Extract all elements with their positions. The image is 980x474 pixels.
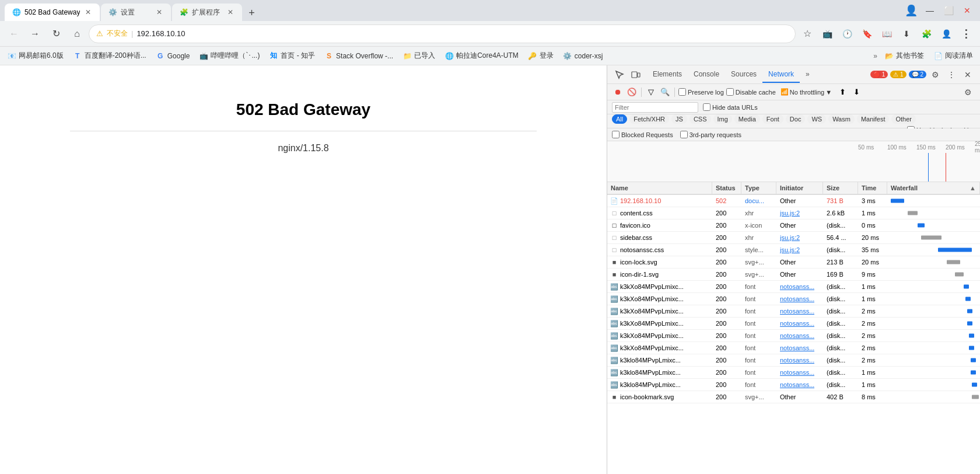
bookmarks-manager-button[interactable]: 🔖 bbox=[858, 25, 876, 43]
tab-settings[interactable]: ⚙️ 设置 ✕ bbox=[101, 4, 171, 21]
bookmark-button[interactable]: ☆ bbox=[798, 25, 817, 43]
filter-input[interactable] bbox=[612, 102, 698, 113]
bookmark-bilibili[interactable]: 📺 哔哩哔哩（`･...) bbox=[197, 50, 262, 62]
address-bar[interactable]: ⚠ 不安全 | 192.168.10.10 bbox=[89, 25, 796, 43]
type-media[interactable]: Media bbox=[734, 114, 760, 124]
th-size[interactable]: Size bbox=[823, 182, 858, 194]
type-wasm[interactable]: Wasm bbox=[828, 114, 855, 124]
tab-close-extensions[interactable]: ✕ bbox=[226, 8, 235, 17]
download-button[interactable]: ⬇ bbox=[897, 25, 916, 43]
type-fetch-xhr[interactable]: Fetch/XHR bbox=[629, 114, 669, 124]
disable-cache-input[interactable] bbox=[726, 88, 734, 96]
hide-data-urls-input[interactable] bbox=[703, 103, 710, 111]
type-other[interactable]: Other bbox=[891, 114, 916, 124]
th-initiator[interactable]: Initiator bbox=[776, 182, 823, 194]
device-toolbar-button[interactable] bbox=[628, 67, 643, 82]
bookmark-coder[interactable]: ⚙️ coder-xsj bbox=[561, 50, 606, 62]
filter-button[interactable]: ▽ bbox=[645, 86, 657, 98]
tab-close-settings[interactable]: ✕ bbox=[155, 8, 164, 17]
th-time[interactable]: Time bbox=[858, 182, 887, 194]
forward-button[interactable]: → bbox=[26, 25, 44, 43]
tab-more[interactable]: » bbox=[800, 67, 816, 83]
table-row[interactable]: 🔤 k3kXo84MPvpLmixc... 200 font notosanss… bbox=[607, 281, 980, 293]
close-button[interactable]: ✕ bbox=[959, 2, 975, 19]
devtools-settings-button[interactable]: ⚙ bbox=[928, 67, 943, 82]
clear-button[interactable]: 🚫 bbox=[626, 86, 638, 98]
table-row[interactable]: 🔤 k3kXo84MPvpLmixc... 200 font notosanss… bbox=[607, 305, 980, 318]
bookmark-zhihu[interactable]: 知 首页 - 知乎 bbox=[267, 50, 317, 62]
th-status[interactable]: Status bbox=[712, 182, 741, 194]
tab-network[interactable]: Network bbox=[762, 67, 800, 83]
menu-button[interactable]: ⋮ bbox=[957, 25, 975, 43]
tab-extensions[interactable]: 🧩 扩展程序 ✕ bbox=[172, 4, 242, 21]
bookmark-reading-list[interactable]: 📄 阅读清单 bbox=[931, 50, 975, 62]
table-row[interactable]: 🔤 k3kXo84MPvpLmixc... 200 font notosanss… bbox=[607, 342, 980, 354]
table-row[interactable]: 🔤 k3kXo84MPvpLmixc... 200 font notosanss… bbox=[607, 330, 980, 342]
tab-close-502[interactable]: ✕ bbox=[83, 8, 93, 17]
table-row[interactable]: □ content.css 200 xhr jsu.js:2 2.6 kB 1 … bbox=[607, 207, 980, 219]
type-manifest[interactable]: Manifest bbox=[857, 114, 890, 124]
bookmark-imported[interactable]: 📁 已导入 bbox=[400, 50, 438, 62]
table-row[interactable]: 📄 192.168.10.10 502 docu... Other 731 B … bbox=[607, 195, 980, 207]
devtools-close-button[interactable]: ✕ bbox=[960, 67, 975, 82]
bookmark-login[interactable]: 🔑 登录 bbox=[526, 50, 556, 62]
tab-console[interactable]: Console bbox=[688, 67, 725, 83]
cast-button[interactable]: 📺 bbox=[818, 25, 836, 43]
table-row[interactable]: ■ icon-bookmark.svg 200 svg+... Other 40… bbox=[607, 391, 980, 403]
table-row[interactable]: □ sidebar.css 200 xhr jsu.js:2 56.4 ... … bbox=[607, 232, 980, 244]
third-party-checkbox[interactable]: 3rd-party requests bbox=[680, 131, 741, 138]
preserve-log-checkbox[interactable]: Preserve log bbox=[678, 88, 724, 96]
bookmark-email[interactable]: 📧 网易邮箱6.0版 bbox=[5, 50, 66, 62]
bookmark-baidu[interactable]: T 百度翻译-200种语... bbox=[71, 50, 149, 62]
minimize-button[interactable]: — bbox=[922, 2, 938, 19]
throttle-dropdown[interactable]: 📶 No throttling ▼ bbox=[778, 87, 834, 97]
new-tab-button[interactable]: + bbox=[243, 5, 260, 21]
network-settings-button[interactable]: ⚙ bbox=[960, 85, 975, 100]
hide-data-urls-checkbox[interactable]: Hide data URLs bbox=[703, 103, 758, 111]
th-waterfall[interactable]: Waterfall ▲ bbox=[887, 182, 980, 194]
profile-button[interactable]: 👤 bbox=[937, 25, 956, 43]
type-font[interactable]: Font bbox=[762, 114, 783, 124]
reader-mode-button[interactable]: 📖 bbox=[877, 25, 896, 43]
tab-elements[interactable]: Elements bbox=[647, 67, 688, 83]
record-button[interactable]: ⏺ bbox=[612, 86, 624, 98]
tab-502[interactable]: 🌐 502 Bad Gateway ✕ bbox=[5, 4, 100, 21]
preserve-log-input[interactable] bbox=[678, 88, 686, 96]
type-css[interactable]: CSS bbox=[690, 114, 711, 124]
type-js[interactable]: JS bbox=[671, 114, 687, 124]
bookmark-others[interactable]: 📂 其他书签 bbox=[882, 50, 926, 62]
table-row[interactable]: ■ icon-lock.svg 200 svg+... Other 213 B … bbox=[607, 256, 980, 269]
table-row[interactable]: □ favicon.ico 200 x-icon Other (disk... … bbox=[607, 219, 980, 232]
table-row[interactable]: 🔤 k3klo84MPvpLmixc... 200 font notosanss… bbox=[607, 367, 980, 379]
table-row[interactable]: 🔤 k3klo84MPvpLmixc... 200 font notosanss… bbox=[607, 379, 980, 391]
profile-icon[interactable]: 👤 bbox=[903, 2, 919, 19]
network-table[interactable]: 📄 192.168.10.10 502 docu... Other 731 B … bbox=[607, 195, 980, 474]
back-button[interactable]: ← bbox=[5, 25, 23, 43]
export-button[interactable]: ⬇ bbox=[850, 86, 862, 98]
type-doc[interactable]: Doc bbox=[786, 114, 806, 124]
third-party-input[interactable] bbox=[680, 131, 688, 138]
tab-sources[interactable]: Sources bbox=[725, 67, 762, 83]
bookmark-core4a[interactable]: 🌐 帕拉迪Core4A-UTM bbox=[442, 50, 521, 62]
bookmark-google[interactable]: G Google bbox=[153, 50, 192, 62]
history-button[interactable]: 🕐 bbox=[838, 25, 856, 43]
type-ws[interactable]: WS bbox=[807, 114, 826, 124]
extensions-button[interactable]: 🧩 bbox=[917, 25, 936, 43]
devtools-more-button[interactable]: ⋮ bbox=[944, 67, 959, 82]
table-row[interactable]: □ notosanssc.css 200 style... jsu.js:2 (… bbox=[607, 244, 980, 256]
table-row[interactable]: ■ icon-dir-1.svg 200 svg+... Other 169 B… bbox=[607, 269, 980, 281]
search-button[interactable]: 🔍 bbox=[659, 86, 671, 98]
reload-button[interactable]: ↻ bbox=[47, 25, 65, 43]
type-img[interactable]: Img bbox=[713, 114, 732, 124]
table-row[interactable]: 🔤 k3klo84MPvpLmixc... 200 font notosanss… bbox=[607, 354, 980, 367]
disable-cache-checkbox[interactable]: Disable cache bbox=[726, 88, 776, 96]
blocked-requests-input[interactable] bbox=[612, 131, 620, 138]
maximize-button[interactable]: ⬜ bbox=[940, 2, 957, 19]
inspect-element-button[interactable] bbox=[612, 67, 627, 82]
table-row[interactable]: 🔤 k3kXo84MPvpLmixc... 200 font notosanss… bbox=[607, 318, 980, 330]
table-row[interactable]: 🔤 k3kXo84MPvpLmixc... 200 font notosanss… bbox=[607, 293, 980, 305]
home-button[interactable]: ⌂ bbox=[68, 25, 86, 43]
bookmark-stackoverflow[interactable]: S Stack Overflow -... bbox=[322, 50, 396, 62]
th-name[interactable]: Name bbox=[607, 182, 712, 194]
type-all[interactable]: All bbox=[612, 114, 627, 124]
